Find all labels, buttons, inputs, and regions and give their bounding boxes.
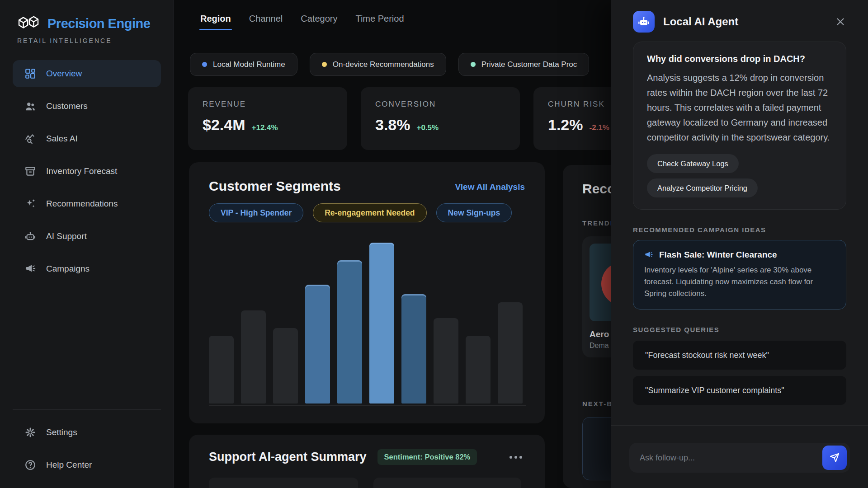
segment-bar[interactable] xyxy=(466,336,491,404)
kpi-value: $2.4M xyxy=(203,116,245,134)
check-gateway-logs-button[interactable]: Check Gateway Logs xyxy=(647,154,739,173)
suggested-query-stockout[interactable]: "Forecast stockout risk next week" xyxy=(633,341,846,370)
filter-chip-label: Private Customer Data Proc xyxy=(481,60,577,69)
send-icon xyxy=(829,452,840,463)
segment-bar[interactable] xyxy=(305,285,330,404)
kpi-delta: +0.5% xyxy=(417,123,439,132)
segment-bar[interactable] xyxy=(241,310,266,404)
dimension-tabs: Region Channel Category Time Period xyxy=(200,14,404,30)
local-ai-agent-panel: Local AI Agent Why did conversions drop … xyxy=(611,0,868,488)
tab-region[interactable]: Region xyxy=(200,14,231,30)
sidebar-item-label: Inventory Forecast xyxy=(46,166,117,176)
status-dot-icon xyxy=(202,62,207,67)
trend-search-icon xyxy=(24,133,36,145)
kpi-card-revenue: REVENUE $2.4M +12.4% xyxy=(188,87,347,150)
sparkles-icon xyxy=(24,198,36,210)
agent-input-area xyxy=(611,425,868,488)
analyze-competitor-pricing-button[interactable]: Analyze Competitor Pricing xyxy=(647,178,758,197)
kpi-value: 3.8% xyxy=(375,116,410,134)
campaign-idea-card[interactable]: Flash Sale: Winter Clearance Inventory l… xyxy=(633,240,846,310)
sidebar-item-help-center[interactable]: Help Center xyxy=(13,451,161,479)
segment-chip-reengagement[interactable]: Re-engagement Needed xyxy=(313,203,426,222)
sidebar-item-sales-ai[interactable]: Sales AI xyxy=(13,125,161,152)
customer-segments-card: Customer Segments View All Analysis VIP … xyxy=(189,162,545,423)
tab-channel[interactable]: Channel xyxy=(249,14,283,30)
brand-logo-icon xyxy=(17,14,41,33)
support-summary-title: Support AI-agent Summary xyxy=(209,450,367,464)
segments-bar-chart xyxy=(209,243,524,404)
segment-bar[interactable] xyxy=(434,318,458,404)
segment-bar[interactable] xyxy=(209,336,234,404)
filter-chips: Local Model Runtime On-device Recommenda… xyxy=(190,53,589,76)
campaign-body: Inventory levels for 'Alpine' series are… xyxy=(644,264,835,300)
segment-chips: VIP - High Spender Re-engagement Needed … xyxy=(209,203,512,222)
sidebar-item-campaigns[interactable]: Campaigns xyxy=(13,255,161,282)
sidebar-item-overview[interactable]: Overview xyxy=(13,60,161,87)
sidebar-item-label: Customers xyxy=(46,101,88,111)
filter-chip-label: Local Model Runtime xyxy=(213,60,285,69)
brand-tagline: RETAIL INTELLIGENCE xyxy=(17,37,174,44)
recommendations-title: Reco xyxy=(582,181,615,197)
sidebar-item-label: AI Support xyxy=(46,231,87,241)
agent-answer: Analysis suggests a 12% drop in conversi… xyxy=(647,70,832,145)
sidebar-divider xyxy=(13,409,161,410)
sidebar-nav: Overview Customers Sales AI xyxy=(13,60,161,288)
filter-chip-local-model-runtime[interactable]: Local Model Runtime xyxy=(190,53,297,76)
kpi-delta: +12.4% xyxy=(252,123,278,132)
campaign-title: Flash Sale: Winter Clearance xyxy=(659,250,777,260)
ask-followup-input[interactable] xyxy=(629,443,850,473)
filter-chip-label: On-device Recommendations xyxy=(333,60,434,69)
sidebar: Precision Engine RETAIL INTELLIGENCE Ove… xyxy=(0,0,174,488)
segment-chip-new-signups[interactable]: New Sign-ups xyxy=(436,203,512,222)
sidebar-item-label: Campaigns xyxy=(46,264,90,274)
users-icon xyxy=(24,100,36,112)
segment-bar[interactable] xyxy=(498,302,523,404)
sidebar-item-inventory-forecast[interactable]: Inventory Forecast xyxy=(13,158,161,185)
sidebar-item-label: Recommendations xyxy=(46,199,118,209)
archive-box-icon xyxy=(24,165,36,177)
status-dot-icon xyxy=(322,62,327,67)
view-all-analysis-link[interactable]: View All Analysis xyxy=(455,182,525,192)
gear-icon xyxy=(24,427,36,438)
tab-category[interactable]: Category xyxy=(301,14,337,30)
segment-chip-vip[interactable]: VIP - High Spender xyxy=(209,203,303,222)
summary-placeholder-tile xyxy=(373,478,521,488)
suggested-queries-label: SUGGESTED QUERIES xyxy=(633,326,846,333)
kpi-value: 1.2% xyxy=(548,116,583,134)
sidebar-item-settings[interactable]: Settings xyxy=(13,419,161,446)
filter-chip-on-device-recommendations[interactable]: On-device Recommendations xyxy=(310,53,446,76)
brand-name: Precision Engine xyxy=(47,16,150,31)
support-summary-card: Support AI-agent Summary Sentiment: Posi… xyxy=(189,435,545,488)
trending-label: TRENDI xyxy=(582,219,613,227)
suggested-query-vip-complaints[interactable]: "Summarize VIP customer complaints" xyxy=(633,376,846,405)
segment-bar[interactable] xyxy=(273,328,298,404)
sidebar-item-customers[interactable]: Customers xyxy=(13,93,161,120)
agent-panel-title: Local AI Agent xyxy=(663,15,738,28)
close-icon[interactable] xyxy=(835,16,846,28)
sidebar-item-ai-support[interactable]: AI Support xyxy=(13,223,161,250)
help-circle-icon xyxy=(24,459,36,471)
sidebar-item-recommendations[interactable]: Recommendations xyxy=(13,190,161,217)
tab-time-period[interactable]: Time Period xyxy=(355,14,404,30)
sidebar-item-label: Overview xyxy=(46,69,82,79)
customer-segments-title: Customer Segments xyxy=(209,178,341,194)
send-button[interactable] xyxy=(822,446,847,470)
segment-bar[interactable] xyxy=(401,294,426,404)
sentiment-badge: Sentiment: Positive 82% xyxy=(377,449,477,465)
sidebar-item-label: Settings xyxy=(46,427,77,437)
megaphone-icon xyxy=(24,263,36,275)
ai-agent-avatar xyxy=(633,11,655,33)
recommended-campaigns-label: RECOMMENDED CAMPAIGN IDEAS xyxy=(633,226,846,234)
dashboard-grid-icon xyxy=(24,68,36,80)
sidebar-item-label: Sales AI xyxy=(46,134,78,144)
status-dot-icon xyxy=(471,62,476,67)
summary-placeholder-tile xyxy=(209,478,358,488)
megaphone-icon xyxy=(644,250,653,259)
next-best-action-label: NEXT-B xyxy=(582,400,613,408)
segment-bar[interactable] xyxy=(337,260,362,404)
segment-bar[interactable] xyxy=(369,243,394,404)
filter-chip-private-customer-data[interactable]: Private Customer Data Proc xyxy=(458,53,590,76)
agent-question: Why did conversions drop in DACH? xyxy=(647,54,832,64)
kpi-label: REVENUE xyxy=(203,100,333,109)
more-options-icon[interactable] xyxy=(507,453,525,461)
